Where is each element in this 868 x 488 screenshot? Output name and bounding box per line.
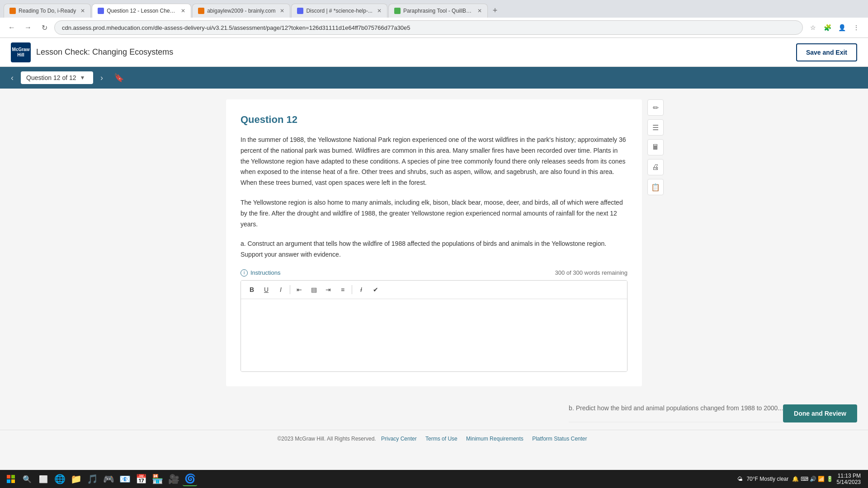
checkmark-button[interactable]: ✔ — [369, 283, 382, 296]
tab-5-favicon — [394, 8, 401, 14]
app-header: McGrawHill Lesson Check: Changing Ecosys… — [0, 38, 868, 67]
instructions-row: i Instructions 300 of 300 words remainin… — [241, 269, 627, 277]
logo-area: McGrawHill Lesson Check: Changing Ecosys… — [11, 42, 173, 62]
save-exit-button[interactable]: Save and Exit — [796, 43, 857, 61]
address-bar-row: ← → ↻ ☆ 🧩 👤 ⋮ — [0, 18, 868, 38]
right-sidebar: ✏ ☰ 🖩 🖨 📋 — [647, 99, 664, 195]
new-tab-button[interactable]: + — [489, 5, 501, 17]
nav-bar: ‹ Question 12 of 12 ▼ › 🔖 — [0, 67, 868, 89]
extension-icon[interactable]: 🧩 — [821, 21, 834, 34]
question-selector-label: Question 12 of 12 — [26, 74, 76, 81]
tab-3-close[interactable]: ✕ — [280, 8, 284, 14]
content-wrapper: ✏ ☰ 🖩 🖨 📋 Question 12 In the summer of 1… — [226, 99, 642, 386]
mcgraw-hill-logo: McGrawHill — [11, 42, 31, 62]
page-footer: ©2023 McGraw Hill. All Rights Reserved. … — [0, 430, 868, 447]
browser-actions: ☆ 🧩 👤 ⋮ — [807, 21, 863, 34]
question-number-label: Question 12 — [241, 114, 627, 126]
next-question-button[interactable]: › — [97, 71, 107, 84]
word-count: 300 of 300 words remaining — [555, 269, 627, 276]
tab-bar: Reading To Do, i-Ready ✕ Question 12 - L… — [0, 0, 868, 18]
tab-4-close[interactable]: ✕ — [377, 8, 382, 14]
tab-2-favicon — [98, 8, 104, 14]
editor-toolbar: B U I ⇤ ▤ ⇥ ≡ I ✔ — [241, 281, 627, 299]
chevron-down-icon: ▼ — [80, 75, 85, 81]
editor-area[interactable] — [241, 299, 627, 371]
instructions-text: Instructions — [250, 269, 280, 276]
done-review-area: b. Predict how the bird and animal popul… — [0, 397, 868, 430]
back-button[interactable]: ← — [5, 21, 18, 34]
instructions-label[interactable]: i Instructions — [241, 269, 280, 277]
done-review-button[interactable]: Done and Review — [783, 404, 857, 422]
italic-button[interactable]: I — [274, 283, 287, 296]
address-bar-input[interactable] — [54, 20, 803, 35]
tab-2-title: Question 12 - Lesson Check: Cha... — [107, 8, 176, 14]
tab-5-close[interactable]: ✕ — [477, 8, 482, 14]
tab-1-favicon — [9, 8, 16, 14]
copyright-text: ©2023 McGraw Hill. All Rights Reserved. — [277, 436, 376, 442]
terms-of-use-link[interactable]: Terms of Use — [425, 436, 458, 442]
prev-question-button[interactable]: ‹ — [7, 71, 17, 84]
tab-3-favicon — [198, 8, 204, 14]
toolbar-divider-1 — [290, 285, 290, 294]
platform-status-center-link[interactable]: Platform Status Center — [532, 436, 587, 442]
bookmark-star-icon[interactable]: ☆ — [807, 21, 819, 34]
align-left-button[interactable]: ⇤ — [293, 283, 306, 296]
align-center-button[interactable]: ▤ — [307, 283, 320, 296]
sidebar-tool-print[interactable]: 🖨 — [647, 159, 664, 175]
reload-button[interactable]: ↻ — [38, 21, 51, 34]
forward-button[interactable]: → — [22, 21, 34, 34]
text-editor[interactable]: B U I ⇤ ▤ ⇥ ≡ I ✔ — [241, 280, 627, 372]
app-title: Lesson Check: Changing Ecosystems — [36, 47, 173, 57]
tab-1[interactable]: Reading To Do, i-Ready ✕ — [4, 4, 91, 18]
tab-2[interactable]: Question 12 - Lesson Check: Cha... ✕ — [92, 4, 191, 18]
toolbar-divider-2 — [352, 285, 352, 294]
privacy-center-link[interactable]: Privacy Center — [381, 436, 417, 442]
question-prompt: a. Construct an argument that tells how … — [241, 239, 627, 260]
browser-window: Reading To Do, i-Ready ✕ Question 12 - L… — [0, 0, 868, 38]
align-right-button[interactable]: ⇥ — [322, 283, 335, 296]
tab-2-close[interactable]: ✕ — [181, 8, 185, 14]
bold-button[interactable]: B — [245, 283, 258, 296]
bookmark-icon[interactable]: 🔖 — [110, 71, 127, 84]
passage-paragraph-2: The Yellowstone region is also home to m… — [241, 197, 627, 230]
question-selector-dropdown[interactable]: Question 12 of 12 ▼ — [21, 71, 93, 84]
partial-question-preview: b. Predict how the bird and animal popul… — [569, 404, 783, 422]
tab-1-title: Reading To Do, i-Ready — [19, 8, 76, 14]
sidebar-tool-reference[interactable]: 📋 — [647, 179, 664, 195]
sidebar-tool-calculator[interactable]: 🖩 — [647, 139, 664, 155]
main-content: ✏ ☰ 🖩 🖨 📋 Question 12 In the summer of 1… — [0, 89, 868, 397]
sidebar-tool-pencil[interactable]: ✏ — [647, 99, 664, 116]
strikethrough-button[interactable]: I — [355, 283, 368, 296]
info-icon: i — [241, 269, 248, 277]
menu-icon[interactable]: ⋮ — [850, 21, 863, 34]
tab-3-title: abigaylew2009 - brainly.com — [207, 8, 275, 14]
minimum-requirements-link[interactable]: Minimum Requirements — [466, 436, 524, 442]
tab-4[interactable]: Discord | # *science-help-... ✕ — [291, 4, 387, 18]
justify-button[interactable]: ≡ — [336, 283, 349, 296]
tab-4-favicon — [297, 8, 303, 14]
sidebar-tool-notes[interactable]: ☰ — [647, 119, 664, 136]
tab-3[interactable]: abigaylew2009 - brainly.com ✕ — [192, 4, 290, 18]
passage-paragraph-1: In the summer of 1988, the Yellowstone N… — [241, 135, 627, 188]
tab-5-title: Paraphrasing Tool - QuillBot AI — [403, 8, 473, 14]
tab-1-close[interactable]: ✕ — [80, 8, 85, 14]
tab-5[interactable]: Paraphrasing Tool - QuillBot AI ✕ — [388, 4, 488, 18]
underline-button[interactable]: U — [260, 283, 273, 296]
tab-4-title: Discord | # *science-help-... — [306, 8, 373, 14]
profile-icon[interactable]: 👤 — [835, 21, 848, 34]
